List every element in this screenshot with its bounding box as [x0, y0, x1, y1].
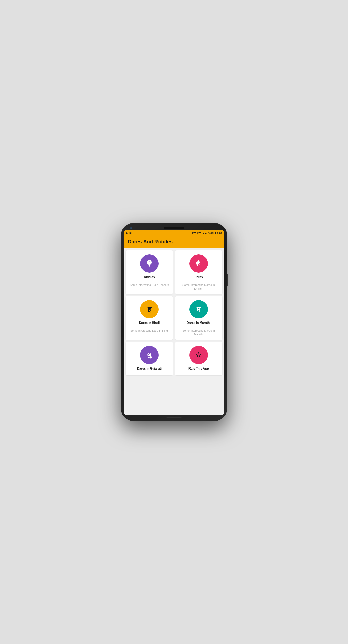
svg-rect-0	[149, 266, 150, 266]
phone-screen: ⊳ ▣ LTE LTE ▲▲ 100% ▮ 8:28 Dares And Rid…	[124, 230, 224, 415]
clock: 8:28	[217, 232, 222, 234]
gujarati-icon-circle: ગુ	[140, 346, 159, 364]
dares-gujarati-title: Dares in Gujarati	[137, 367, 162, 370]
dares-divider	[178, 281, 220, 281]
phone-frame: ⊳ ▣ LTE LTE ▲▲ 100% ▮ 8:28 Dares And Rid…	[121, 223, 227, 421]
dares-subtitle: Some Interesting Dares In English	[178, 283, 220, 291]
bulb-icon	[144, 258, 155, 269]
battery-icon: ▮	[215, 232, 216, 234]
dares-hindi-title: Dares in Hindi	[139, 321, 160, 325]
dares-hindi-subtitle: Some Interesting Dare In Hindi	[130, 329, 168, 333]
marathi-char: म	[197, 305, 201, 313]
riddles-title: Riddles	[144, 275, 155, 279]
hindi-icon-circle: ह	[140, 300, 159, 318]
flame-icon	[193, 258, 204, 269]
card-dares-hindi[interactable]: ह Dares in Hindi Some Interesting Dare I…	[126, 296, 173, 340]
riddles-icon-circle	[140, 254, 159, 273]
card-dares-gujarati[interactable]: ગુ Dares in Gujarati	[126, 342, 173, 375]
status-bar: ⊳ ▣ LTE LTE ▲▲ 100% ▮ 8:28	[124, 230, 224, 236]
card-dares[interactable]: Dares Some Interesting Dares In English	[175, 250, 222, 294]
svg-point-3	[149, 261, 150, 262]
status-left: ⊳ ▣	[126, 232, 132, 234]
dares-marathi-subtitle: Some Interesting Dares In Marathi	[178, 329, 220, 337]
dares-icon-circle	[189, 254, 208, 273]
speaker	[164, 227, 184, 229]
hindi-char: ह	[148, 305, 151, 313]
signal-icons: ▲▲	[202, 232, 207, 234]
dares-marathi-title: Dares In Marathi	[187, 321, 210, 325]
lte-label2: LTE	[197, 232, 201, 234]
rate-icon-circle	[189, 346, 208, 364]
power-button	[227, 274, 228, 286]
gujarati-char: ગુ	[147, 352, 152, 358]
app-title: Dares And Riddles	[128, 239, 220, 245]
rate-app-title: Rate This App	[188, 367, 209, 370]
cards-grid: Riddles Some Interesting Brain-Teasers D…	[126, 250, 222, 375]
dares-hindi-divider	[128, 327, 170, 327]
dares-marathi-divider	[178, 327, 220, 327]
star-icon	[193, 350, 204, 360]
content-area: Riddles Some Interesting Brain-Teasers D…	[124, 248, 224, 415]
lte-label1: LTE	[192, 232, 196, 234]
location-icon: ⊳	[126, 232, 128, 234]
dares-title: Dares	[194, 275, 203, 279]
home-indicator	[166, 417, 182, 418]
phone-notch	[124, 226, 224, 230]
battery-percent: 100%	[208, 232, 214, 234]
riddles-divider	[128, 281, 170, 281]
svg-point-4	[198, 264, 200, 266]
status-right: LTE LTE ▲▲ 100% ▮ 8:28	[192, 232, 222, 234]
marathi-icon-circle: म	[189, 300, 208, 318]
riddles-subtitle: Some Interesting Brain-Teasers	[130, 283, 169, 287]
app-header: Dares And Riddles	[124, 236, 224, 248]
card-dares-marathi[interactable]: म Dares In Marathi Some Interesting Dare…	[175, 296, 222, 340]
camera-icon	[130, 227, 132, 229]
card-riddles[interactable]: Riddles Some Interesting Brain-Teasers	[126, 250, 173, 294]
image-icon: ▣	[129, 232, 132, 234]
card-rate-app[interactable]: Rate This App	[175, 342, 222, 375]
